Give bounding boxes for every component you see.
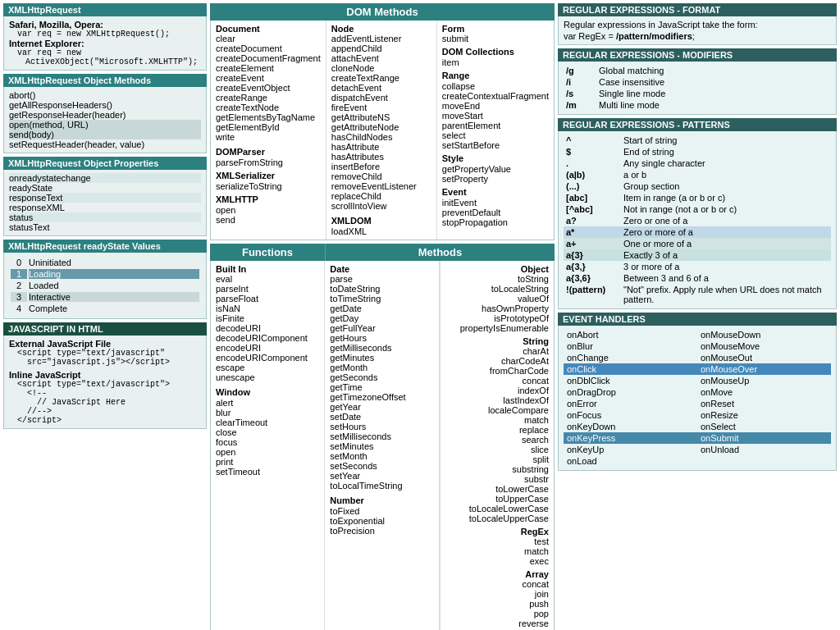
- list-item: toLocalTimeString: [330, 481, 433, 491]
- list-item: push: [445, 599, 549, 609]
- event-table: onAbortonMouseDownonBluronMouseMoveonCha…: [564, 329, 831, 467]
- list-item: toLocaleLowerCase: [445, 504, 549, 514]
- pattern-desc: Group section: [621, 180, 831, 192]
- date-header: Date: [330, 264, 433, 274]
- event-row: onDragDroponMove: [564, 386, 831, 398]
- list-item: createTextRange: [331, 73, 431, 83]
- list-item: scrollIntoView: [331, 201, 431, 211]
- event-col1: onError: [564, 398, 697, 409]
- regex-desc: Multi line mode: [596, 99, 831, 111]
- regex-sym: /g: [564, 65, 596, 76]
- list-item: responseText: [9, 193, 201, 203]
- list-item: getMilliseconds: [330, 343, 433, 353]
- list-item: responseXML: [9, 203, 201, 212]
- object-properties-section: XMLHttpRequest Object Properties onready…: [3, 157, 207, 236]
- event-handlers-section: EVENT HANDLERS onAbortonMouseDownonBluro…: [558, 313, 837, 471]
- pattern-desc: 3 or more of a: [621, 261, 831, 272]
- pattern-desc: Start of string: [621, 135, 831, 146]
- xmlhttp-header: XMLHTTP: [216, 194, 321, 204]
- dom-col-node: Node addEventListenerappendChildattachEv…: [326, 21, 437, 240]
- list-item: createEvent: [216, 73, 321, 83]
- list-item: toLocaleUpperCase: [445, 514, 549, 523]
- list-item: getDay: [330, 313, 433, 323]
- list-item: setTimeout: [216, 467, 319, 477]
- list-item: test: [445, 536, 549, 546]
- regex-format-code: var RegEx = /pattern/modifiers;: [564, 31, 831, 41]
- list-item: getTimezoneOffset: [330, 392, 433, 402]
- regex-pat-row: [^abc]Not in range (not a or b or c): [564, 203, 831, 215]
- ie-code2: ActiveXObject("Microsoft.XMLHTTP");: [25, 57, 201, 66]
- list-item: print: [216, 457, 319, 467]
- list-item: concat: [445, 376, 549, 386]
- object-properties-header: XMLHttpRequest Object Properties: [3, 157, 207, 170]
- event-col1: onAbort: [564, 329, 697, 340]
- regex-pat-row: (a|b)a or b: [564, 169, 831, 180]
- list-item: fromCharCode: [445, 366, 549, 376]
- list-item: indexOf: [445, 386, 549, 395]
- list-item: getResponseHeader(header): [9, 110, 201, 120]
- event-row: onAbortonMouseDown: [564, 329, 831, 340]
- pattern-sym: a{3,}: [564, 261, 621, 272]
- list-item: moveEnd: [442, 101, 549, 111]
- list-item: clear: [216, 34, 321, 43]
- list-item: setDate: [330, 412, 433, 422]
- list-item: charCodeAt: [445, 356, 549, 366]
- list-item: onreadystatechange: [9, 173, 201, 183]
- js-in-html-header: JAVASCRIPT IN HTML: [3, 322, 207, 336]
- list-item: isNaN: [216, 304, 319, 313]
- list-item: exec: [445, 556, 549, 566]
- list-item: focus: [216, 437, 319, 447]
- number-header: Number: [330, 495, 433, 505]
- regex-pat-row: .Any single character: [564, 158, 831, 169]
- list-item: appendChild: [331, 43, 431, 53]
- column-2: DOM Methods Document clearcreateDocument…: [210, 3, 555, 630]
- regex-mod-row: /sSingle line mode: [564, 88, 831, 99]
- event-col2: onResize: [697, 409, 831, 421]
- style-header: Style: [442, 153, 549, 163]
- list-item: getAttributeNS: [331, 112, 431, 122]
- methods-right-col: ObjecttoStringtoLocaleStringvalueOfhasOw…: [440, 261, 554, 630]
- readystate-val: 1: [11, 269, 27, 279]
- list-item: setMonth: [330, 451, 433, 461]
- list-item: stopPropagation: [442, 217, 549, 227]
- list-item: createEventObject: [216, 83, 321, 93]
- event-col1: onChange: [564, 352, 697, 363]
- pattern-desc: Between 3 and 6 of a: [621, 272, 831, 284]
- list-item: toPrecision: [330, 526, 433, 536]
- dom-col-document: Document clearcreateDocumentcreateDocume…: [211, 21, 326, 240]
- list-item: collapse: [442, 81, 549, 91]
- list-item: join: [445, 589, 549, 599]
- list-item: isPrototypeOf: [445, 313, 549, 323]
- functions-section: FunctionsMethods Built In evalparseIntpa…: [210, 244, 555, 630]
- list-item: open(method, URL): [9, 120, 201, 130]
- pattern-sym: a{3,6}: [564, 272, 621, 284]
- list-item: readyState: [9, 183, 201, 193]
- pattern-desc: Zero or more of a: [621, 226, 831, 238]
- regex-modifiers-content: /gGlobal matching/iCase insensitive/sSin…: [558, 62, 837, 115]
- xmlhttprequest-header: XMLHttpRequest: [3, 3, 207, 16]
- list-item: initEvent: [442, 198, 549, 208]
- object-properties-content: onreadystatechangereadyStateresponseText…: [3, 170, 207, 236]
- regex-pat-row: a+One or more of a: [564, 238, 831, 249]
- list-item: abort(): [9, 90, 201, 100]
- regex-sym: /i: [564, 76, 596, 88]
- column-1: XMLHttpRequest Safari, Mozilla, Opera: v…: [3, 3, 207, 630]
- xmlhttprequest-content: Safari, Mozilla, Opera: var req = new XM…: [3, 16, 207, 71]
- list-item: createDocumentFragment: [216, 53, 321, 63]
- readystate-row: 2Loaded: [11, 281, 199, 290]
- list-item: getMinutes: [330, 353, 433, 363]
- list-item: parseInt: [216, 284, 319, 294]
- list-item: substr: [445, 474, 549, 484]
- list-item: parse: [330, 274, 433, 284]
- list-item: removeChild: [331, 171, 431, 181]
- pattern-sym: a*: [564, 226, 621, 238]
- regex-pat-row: (...)Group section: [564, 180, 831, 192]
- list-item: setHours: [330, 422, 433, 431]
- xmldom-header: XMLDOM: [331, 216, 431, 226]
- range-header: Range: [442, 71, 549, 80]
- event-col1: onBlur: [564, 340, 697, 352]
- event-col2: [697, 455, 831, 467]
- js-in-html-section: JAVASCRIPT IN HTML External JavaScript F…: [3, 322, 207, 429]
- event-row: onChangeonMouseOut: [564, 352, 831, 363]
- list-item: preventDefault: [442, 208, 549, 217]
